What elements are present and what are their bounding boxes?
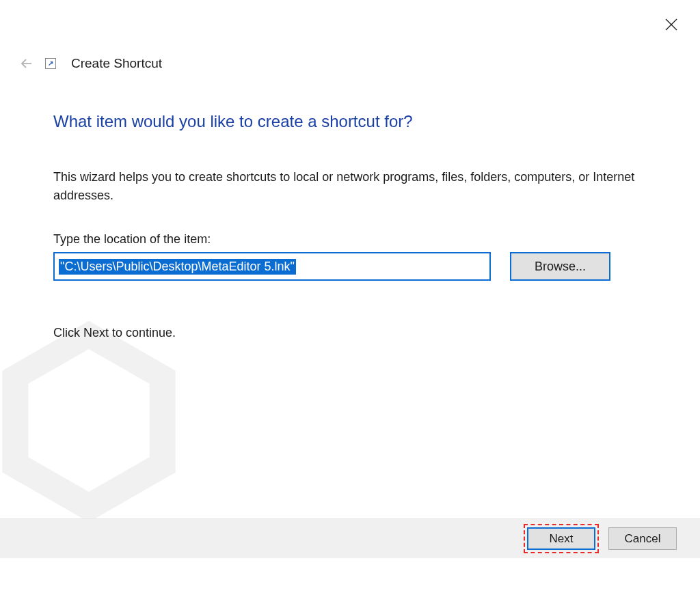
cancel-button[interactable]: Cancel: [608, 527, 677, 550]
shortcut-icon: ↗: [45, 58, 56, 69]
titlebar: ↗ Create Shortcut: [19, 56, 162, 71]
create-shortcut-wizard: ↗ Create Shortcut What item would you li…: [0, 0, 700, 597]
wizard-content: What item would you like to create a sho…: [53, 112, 647, 340]
location-field-label: Type the location of the item:: [53, 232, 647, 247]
wizard-heading: What item would you like to create a sho…: [53, 112, 647, 131]
back-arrow-icon: [19, 57, 33, 70]
location-input-row: "C:\Users\Public\Desktop\MetaEditor 5.ln…: [53, 252, 647, 281]
window-title: Create Shortcut: [71, 56, 162, 71]
browse-button[interactable]: Browse...: [510, 252, 610, 281]
location-input-value: "C:\Users\Public\Desktop\MetaEditor 5.ln…: [59, 259, 296, 275]
continue-instruction: Click Next to continue.: [53, 326, 647, 340]
wizard-description: This wizard helps you to create shortcut…: [53, 168, 647, 205]
next-button-highlight: Next: [524, 524, 599, 553]
button-bar: Next Cancel: [0, 518, 700, 558]
close-button[interactable]: [662, 15, 681, 34]
next-button[interactable]: Next: [527, 527, 595, 550]
location-input[interactable]: "C:\Users\Public\Desktop\MetaEditor 5.ln…: [53, 252, 491, 281]
